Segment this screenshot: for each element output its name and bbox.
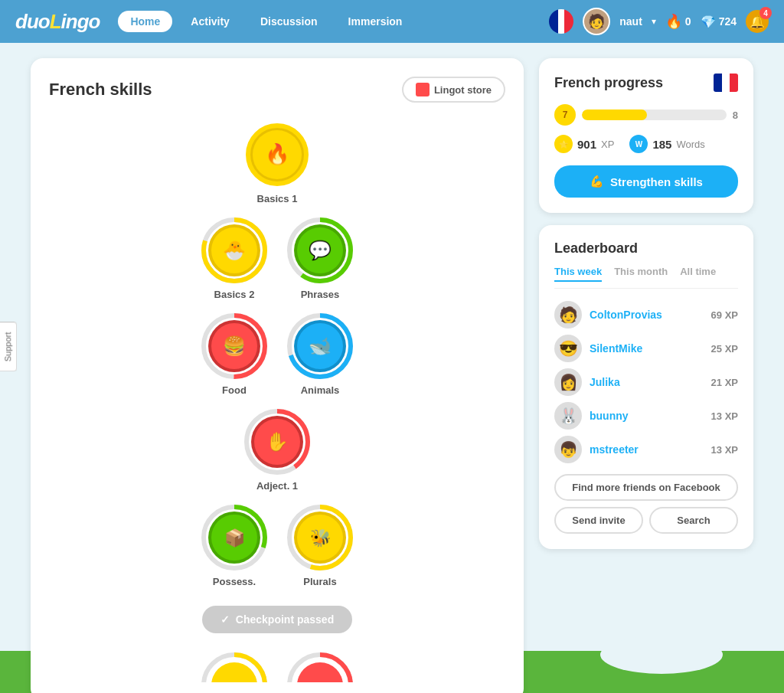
lb-item-4: 🐰 buunny 13 XP: [554, 402, 738, 430]
peek-circle-2: [286, 652, 354, 682]
lb-name-5[interactable]: mstreeter: [590, 443, 704, 456]
skills-row-5: 📦 Possess. 🐝 P: [201, 504, 354, 587]
lb-name-3[interactable]: Julika: [590, 376, 704, 388]
checkmark-icon: ✓: [220, 613, 230, 626]
logo[interactable]: duoLingo: [15, 10, 100, 34]
progress-flag: [714, 74, 738, 92]
lb-item-2: 😎 SilentMike 25 XP: [554, 335, 738, 362]
skill-circle-phrases: 💬: [286, 217, 354, 284]
lb-avatar-3: 👩: [554, 368, 582, 396]
gems-stat: 💎 724: [701, 15, 737, 29]
strengthen-icon: 💪: [590, 175, 604, 188]
skill-possess[interactable]: 📦 Possess.: [201, 504, 268, 587]
checkpoint-button[interactable]: ✓ Checkpoint passed: [202, 606, 352, 633]
find-friends-button[interactable]: Find more friends on Facebook: [554, 474, 738, 501]
send-invite-button[interactable]: Send invite: [554, 507, 643, 534]
lb-item-1: 🧑 ColtonProvias 69 XP: [554, 301, 738, 329]
words-value: 185: [652, 138, 671, 151]
nav-right: 🧑 naut ▾ 🔥 0 💎 724 🔔 4: [549, 8, 769, 35]
svg-text:✋: ✋: [266, 430, 289, 453]
flame-icon: 🔥: [665, 13, 682, 30]
lb-xp-1: 69 XP: [711, 309, 738, 321]
strengthen-label: Strengthen skills: [610, 175, 703, 188]
svg-text:🐋: 🐋: [309, 335, 332, 357]
word-icon: W: [629, 135, 648, 153]
nav-immersion-button[interactable]: Immersion: [336, 11, 415, 32]
nav-activity-button[interactable]: Activity: [178, 11, 242, 32]
lb-name-4[interactable]: buunny: [590, 410, 704, 422]
skill-phrases[interactable]: 💬 Phrases: [286, 217, 354, 300]
leaderboard-tab-alltime[interactable]: All time: [680, 266, 716, 282]
words-stat: W 185 Words: [629, 135, 704, 153]
notification-bell[interactable]: 🔔 4: [746, 10, 769, 33]
svg-point-44: [297, 662, 343, 682]
svg-text:🔥: 🔥: [265, 142, 290, 166]
progress-bar-bg: [582, 110, 727, 120]
leaderboard-tab-thisweek[interactable]: This week: [554, 266, 602, 282]
search-button[interactable]: Search: [649, 507, 738, 534]
progress-card: French progress 7 8 ⭐ 901: [539, 58, 753, 213]
leaderboard-tab-thismonth[interactable]: This month: [614, 266, 668, 282]
skill-animals[interactable]: 🐋 Animals: [286, 312, 354, 396]
flag-blue: [549, 9, 558, 34]
skill-circle-possess: 📦: [201, 504, 268, 571]
nav-dropdown-icon[interactable]: ▾: [652, 16, 656, 27]
language-flag[interactable]: [549, 9, 573, 34]
lb-name-2[interactable]: SilentMike: [590, 342, 704, 355]
lingot-store-button[interactable]: Lingot store: [402, 77, 505, 103]
words-unit: Words: [676, 139, 704, 150]
skills-row-4: ✋ Adject. 1: [243, 408, 311, 492]
skill-label-basics2: Basics 2: [214, 289, 255, 300]
svg-text:🐝: 🐝: [310, 528, 332, 548]
lingot-icon: [416, 83, 430, 96]
skills-card: French skills Lingot store 🔥: [31, 58, 524, 693]
skill-circle-plurals: 🐝: [286, 504, 354, 571]
leaderboard-title: Leaderboard: [554, 240, 738, 257]
skill-adject1[interactable]: ✋ Adject. 1: [243, 408, 311, 492]
level-next-badge: 8: [733, 110, 738, 121]
svg-text:🍔: 🍔: [223, 335, 246, 357]
gems-count: 724: [719, 15, 737, 28]
xp-unit: XP: [601, 139, 614, 150]
lb-xp-5: 13 XP: [711, 444, 738, 456]
skill-plurals[interactable]: 🐝 Plurals: [286, 504, 354, 587]
avatar[interactable]: 🧑: [583, 8, 610, 35]
svg-text:📦: 📦: [224, 528, 246, 548]
streak-count: 0: [685, 15, 691, 28]
progress-card-header: French progress: [554, 74, 738, 92]
skill-circle-animals: 🐋: [286, 312, 354, 380]
nav-username[interactable]: naut: [619, 15, 642, 28]
lb-btn-row: Send invite Search: [554, 507, 738, 534]
skill-basics2[interactable]: 🐣 Basics 2: [201, 217, 268, 300]
skill-basics1[interactable]: 🔥 Basics 1: [243, 121, 311, 204]
progress-bar-row: 7 8: [554, 104, 738, 126]
pflag-red: [730, 74, 738, 92]
lb-item-5: 👦 mstreeter 13 XP: [554, 436, 738, 463]
lb-name-1[interactable]: ColtonProvias: [590, 309, 704, 321]
strengthen-button[interactable]: 💪 Strengthen skills: [554, 165, 738, 198]
page-body: French skills Lingot store 🔥: [0, 43, 784, 693]
progress-bar-fill: [582, 110, 647, 120]
xp-icon: ⭐: [554, 135, 573, 153]
checkpoint-label: Checkpoint passed: [236, 613, 334, 626]
nav-home-button[interactable]: Home: [118, 11, 172, 32]
skill-label-adject1: Adject. 1: [256, 480, 298, 492]
lb-item-3: 👩 Julika 21 XP: [554, 368, 738, 396]
skill-label-animals: Animals: [301, 384, 340, 396]
skills-peek: [201, 652, 354, 682]
flag-red: [564, 9, 573, 34]
skill-food[interactable]: 🍔 Food: [201, 312, 268, 396]
leaderboard-actions: Find more friends on Facebook Send invit…: [554, 474, 738, 534]
stats-row: ⭐ 901 XP W 185 Words: [554, 135, 738, 153]
lingot-store-label: Lingot store: [434, 84, 492, 96]
skills-container: 🔥 Basics 1 🐣: [49, 121, 505, 682]
nav-discussion-button[interactable]: Discussion: [248, 11, 330, 32]
skill-label-food: Food: [222, 384, 247, 396]
sidebar: French progress 7 8 ⭐ 901: [539, 58, 753, 693]
svg-text:🐣: 🐣: [223, 239, 246, 261]
skills-header: French skills Lingot store: [49, 77, 505, 103]
flag-white: [558, 9, 564, 34]
skill-circle-adject1: ✋: [243, 408, 311, 476]
support-tab[interactable]: Support: [0, 322, 17, 371]
skill-label-plurals: Plurals: [303, 576, 336, 587]
